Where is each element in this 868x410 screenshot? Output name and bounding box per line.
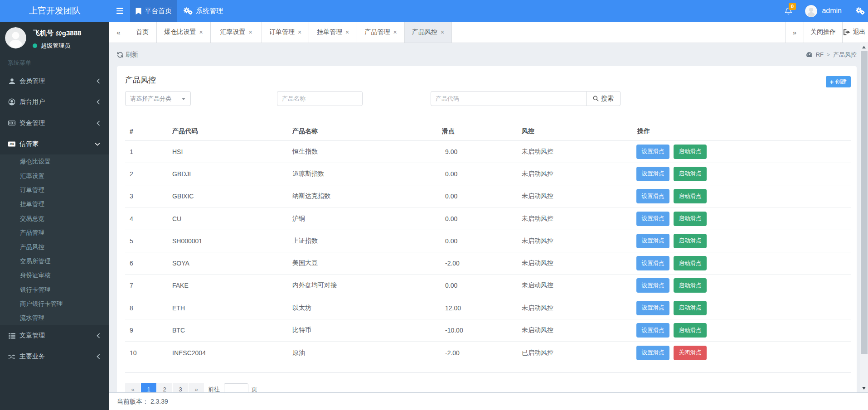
chevron-down-icon xyxy=(95,142,100,146)
start-slippage-button[interactable]: 启动滑点 xyxy=(674,301,707,315)
notifications-button[interactable]: 0 xyxy=(783,0,800,22)
logout-button[interactable]: 退出 xyxy=(842,22,868,43)
set-slippage-button[interactable]: 设置滑点 xyxy=(636,346,669,360)
nav-item-platform-home[interactable]: 平台首页 xyxy=(130,0,177,22)
table-row: 7FAKE内外盘均可对接0.00未启动风控设置滑点启动滑点 xyxy=(125,275,851,297)
cell-slippage: -2.00 xyxy=(437,342,517,364)
tabs-scroll-right-button[interactable]: » xyxy=(785,22,804,43)
start-slippage-button[interactable]: 启动滑点 xyxy=(674,278,707,293)
set-slippage-button[interactable]: 设置滑点 xyxy=(636,278,669,293)
column-header-操作: 操作 xyxy=(633,122,851,140)
cell-product-name: 沪铜 xyxy=(288,207,437,230)
tab-close-icon[interactable]: × xyxy=(298,29,301,36)
set-slippage-button[interactable]: 设置滑点 xyxy=(636,323,669,338)
tabs-scroll-left-button[interactable]: « xyxy=(109,22,128,43)
start-slippage-button[interactable]: 启动滑点 xyxy=(674,145,707,159)
table-row: 3GBIXIC纳斯达克指数0.00未启动风控设置滑点启动滑点 xyxy=(125,185,851,207)
start-slippage-button[interactable]: 启动滑点 xyxy=(674,256,707,270)
set-slippage-button[interactable]: 设置滑点 xyxy=(636,234,669,248)
sidebar-subitem-产品风控[interactable]: 产品风控 xyxy=(0,240,109,254)
tab-close-icon[interactable]: × xyxy=(248,29,252,36)
online-status-dot xyxy=(33,43,37,48)
pagination-page-2[interactable]: 2 xyxy=(157,383,173,392)
table-row: 5SH000001上证指数0.00未启动风控设置滑点启动滑点 xyxy=(125,230,851,252)
create-button[interactable]: + 创建 xyxy=(826,76,851,87)
cell-product-code: BTC xyxy=(168,319,288,341)
product-code-input[interactable] xyxy=(431,91,587,106)
set-slippage-button[interactable]: 设置滑点 xyxy=(636,189,669,203)
set-slippage-button[interactable]: 设置滑点 xyxy=(636,256,669,270)
column-header-产品名称: 产品名称 xyxy=(288,122,437,140)
tab-label: 订单管理 xyxy=(269,28,295,36)
scrollbar-thumb[interactable] xyxy=(861,51,868,354)
cell-risk-status: 未启动风控 xyxy=(517,252,633,274)
tab-close-icon[interactable]: × xyxy=(199,29,203,36)
set-slippage-button[interactable]: 设置滑点 xyxy=(636,167,669,181)
cell-index: 1 xyxy=(125,140,168,163)
sidebar-subitem-订单管理[interactable]: 订单管理 xyxy=(0,183,109,197)
tab-汇率设置[interactable]: 汇率设置× xyxy=(211,22,262,43)
tab-爆仓比设置[interactable]: 爆仓比设置× xyxy=(157,22,211,43)
chevron-left-icon xyxy=(97,333,100,338)
sidebar-subitem-挂单管理[interactable]: 挂单管理 xyxy=(0,197,109,211)
tab-首页[interactable]: 首页 xyxy=(128,22,157,43)
cell-index: 7 xyxy=(125,275,168,297)
pagination-page-3[interactable]: 3 xyxy=(173,383,189,392)
pagination-goto-input[interactable] xyxy=(224,383,248,392)
sidebar-subitem-流水管理[interactable]: 流水管理 xyxy=(0,311,109,325)
nav-item-system-management[interactable]: 系统管理 xyxy=(178,0,228,22)
sidebar-item-文章管理[interactable]: 文章管理 xyxy=(0,325,109,346)
sidebar-subitem-汇率设置[interactable]: 汇率设置 xyxy=(0,169,109,183)
tab-订单管理[interactable]: 订单管理× xyxy=(262,22,309,43)
start-slippage-button[interactable]: 启动滑点 xyxy=(674,234,707,248)
tab-close-icon[interactable]: × xyxy=(441,29,444,36)
breadcrumb-current: 产品风控 xyxy=(833,51,857,59)
sidebar-subitem-商户银行卡管理[interactable]: 商户银行卡管理 xyxy=(0,297,109,311)
tab-close-icon[interactable]: × xyxy=(393,29,397,36)
table-head: #产品代码产品名称滑点风控操作 xyxy=(125,122,851,140)
set-slippage-button[interactable]: 设置滑点 xyxy=(636,212,669,226)
cell-risk-status: 未启动风控 xyxy=(517,163,633,185)
start-slippage-button[interactable]: 启动滑点 xyxy=(674,323,707,338)
scrollbar-down-arrow[interactable] xyxy=(862,387,866,390)
cell-risk-status: 未启动风控 xyxy=(517,275,633,297)
sidebar-item-信管家[interactable]: JCB信管家 xyxy=(0,134,109,154)
tab-产品风控[interactable]: 产品风控× xyxy=(405,22,452,43)
category-select[interactable]: 请选择产品分类 xyxy=(125,91,191,106)
sidebar-subitem-爆仓比设置[interactable]: 爆仓比设置 xyxy=(0,154,109,169)
tab-挂单管理[interactable]: 挂单管理× xyxy=(309,22,357,43)
sidebar-subitem-产品管理[interactable]: 产品管理 xyxy=(0,226,109,240)
close-slippage-button[interactable]: 关闭滑点 xyxy=(674,346,707,360)
breadcrumb: RF > 产品风控 xyxy=(806,43,857,66)
sidebar-item-主要业务[interactable]: 主要业务 xyxy=(0,346,109,367)
cell-product-name: 美国大豆 xyxy=(288,252,437,274)
pagination-prev-button[interactable]: « xyxy=(125,383,141,392)
cell-index: 8 xyxy=(125,297,168,319)
settings-button[interactable] xyxy=(852,0,868,22)
pagination-next-button[interactable]: » xyxy=(189,383,204,392)
start-slippage-button[interactable]: 启动滑点 xyxy=(674,167,707,181)
set-slippage-button[interactable]: 设置滑点 xyxy=(636,301,669,315)
sidebar-subitem-交易总览[interactable]: 交易总览 xyxy=(0,212,109,226)
sidebar-item-后台用户[interactable]: 后台用户 xyxy=(0,92,109,112)
pagination-page-1[interactable]: 1 xyxy=(141,383,157,392)
set-slippage-button[interactable]: 设置滑点 xyxy=(636,145,669,159)
product-name-input[interactable] xyxy=(277,91,363,106)
user-menu[interactable]: admin xyxy=(805,0,842,22)
sidebar-toggle-button[interactable] xyxy=(110,0,130,22)
breadcrumb-root[interactable]: RF xyxy=(816,51,824,58)
tab-close-icon[interactable]: × xyxy=(345,29,349,36)
sidebar-item-会员管理[interactable]: 会员管理 xyxy=(0,71,109,92)
tab-产品管理[interactable]: 产品管理× xyxy=(357,22,405,43)
sidebar-subitem-交易所管理[interactable]: 交易所管理 xyxy=(0,254,109,268)
vertical-scrollbar[interactable] xyxy=(860,43,868,392)
close-operations-button[interactable]: 关闭操作 xyxy=(804,22,842,43)
start-slippage-button[interactable]: 启动滑点 xyxy=(674,212,707,226)
start-slippage-button[interactable]: 启动滑点 xyxy=(674,189,707,203)
sidebar-subitem-银行卡管理[interactable]: 银行卡管理 xyxy=(0,283,109,297)
refresh-button[interactable]: 刷新 xyxy=(117,43,138,66)
sidebar-item-资金管理[interactable]: 资金管理 xyxy=(0,113,109,134)
sidebar-subitem-身份证审核[interactable]: 身份证审核 xyxy=(0,268,109,282)
search-button[interactable]: 搜索 xyxy=(587,91,621,106)
scrollbar-up-arrow[interactable] xyxy=(862,46,866,48)
